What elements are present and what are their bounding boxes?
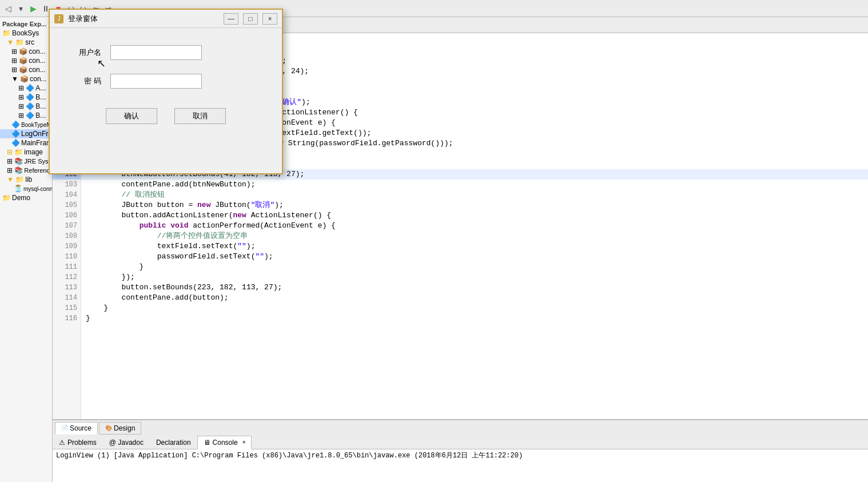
java-file-icon: ⊞ 🔷 [18, 102, 34, 110]
sidebar-item-con2[interactable]: ⊞ 📦 con... [0, 56, 52, 65]
dialog-title-text: 登录窗体 [68, 14, 219, 24]
sidebar-item-label: B... [35, 102, 46, 110]
sidebar-item-label: BookTypeManageInternalFrame.java [21, 122, 53, 128]
toolbar-down-icon[interactable]: ▾ [15, 3, 26, 14]
sidebar-item-jre[interactable]: ⊞ 📚 JRE System Library [JavaSE-1.8] [0, 157, 52, 166]
sidebar-item-label: MainFrame.java [21, 139, 53, 147]
line-num-104: 104 [53, 190, 81, 200]
password-label: 密 码 [67, 76, 101, 86]
dialog-titlebar: J 登录窗体 — □ × [50, 10, 282, 28]
tab-design[interactable]: 🎨 Design [99, 422, 141, 435]
toolbar-run-icon[interactable]: ▶ [27, 3, 39, 14]
sidebar-item-label: BookSys [12, 29, 39, 37]
sidebar-item-label: image [24, 148, 43, 156]
password-input[interactable] [110, 74, 202, 89]
design-tab-label: Design [114, 424, 135, 432]
username-input[interactable] [110, 45, 202, 60]
password-row: 密 码 [67, 74, 265, 89]
sidebar-item-label: con... [29, 47, 45, 55]
sidebar-item-mysql-jar[interactable]: 🫙 mysql-connector-java-5.1.36.jar [0, 184, 52, 193]
sidebar-item-b3[interactable]: ⊞ 🔷 B... [0, 111, 52, 120]
package-icon: ⊞ 📦 [11, 66, 27, 74]
java-file-icon: 🔷 [11, 121, 20, 129]
code-line-114: contentPane.add(button); [81, 293, 868, 303]
dialog-buttons: 确认 取消 [67, 108, 265, 124]
sidebar-item-con4[interactable]: ▼ 📦 con... [0, 74, 52, 83]
line-num-108: 108 [53, 231, 81, 241]
design-tab-icon: 🎨 [105, 425, 112, 431]
java-file-icon: ⊞ 🔷 [18, 84, 34, 92]
sidebar-item-booksys[interactable]: 📁 BookSys [0, 29, 52, 38]
demo-icon: 📁 [2, 194, 11, 202]
source-tab-icon: 📄 [61, 425, 68, 431]
source-design-tabs: 📄 Source 🎨 Design [53, 420, 868, 436]
sidebar-item-label: lib [25, 176, 32, 184]
sidebar-item-con3[interactable]: ⊞ 📦 con... [0, 65, 52, 74]
package-explorer: Package Exp... 📁 BookSys ▼ 📁 src ⊞ 📦 con… [0, 17, 53, 482]
line-num-114: 114 [53, 293, 81, 303]
line-num-105: 105 [53, 200, 81, 210]
lib-folder-icon: ▼ 📁 [7, 176, 24, 184]
sidebar-item-b2[interactable]: ⊞ 🔷 B... [0, 102, 52, 111]
tab-problems[interactable]: ⚠ Problems [53, 436, 103, 449]
username-row: 用户名 [67, 45, 265, 60]
sidebar-item-label: con... [30, 75, 46, 83]
reflibs-icon: ⊞ 📚 [7, 166, 23, 174]
console-text: LoginView (1) [Java Application] C:\Prog… [56, 452, 523, 460]
source-tab-label: Source [70, 424, 91, 432]
line-num-107: 107 [53, 221, 81, 231]
problems-label: Problems [67, 439, 97, 447]
code-line-107: public void actionPerformed(ActionEvent … [81, 221, 868, 231]
code-line-105: JButton button = new JButton("取消"); [81, 200, 868, 210]
dialog-title-icon: J [54, 14, 63, 23]
dialog-minimize-button[interactable]: — [224, 13, 238, 25]
javadoc-label: @ Javadoc [109, 439, 144, 447]
java-file-icon: ⊞ 🔷 [18, 111, 34, 119]
line-num-110: 110 [53, 252, 81, 262]
jre-icon: ⊞ 📚 [7, 157, 23, 165]
line-num-112: 112 [53, 272, 81, 282]
sidebar-item-con1[interactable]: ⊞ 📦 con... [0, 47, 52, 56]
sidebar-item-b1[interactable]: ⊞ 🔷 B... [0, 93, 52, 102]
line-num-103: 103 [53, 180, 81, 190]
tab-declaration[interactable]: Declaration [150, 436, 197, 449]
cancel-button[interactable]: 取消 [174, 108, 226, 124]
tab-source[interactable]: 📄 Source [55, 422, 98, 435]
bottom-panel: 📄 Source 🎨 Design ⚠ Problems @ J [53, 419, 868, 482]
sidebar-item-booktypemanage[interactable]: 🔷 BookTypeManageInternalFrame.java [0, 120, 52, 129]
sidebar-item-label: LogOnFrame.java [21, 130, 53, 138]
code-line-104: // 取消按钮 [81, 190, 868, 200]
sidebar-item-src[interactable]: ▼ 📁 src [0, 38, 52, 47]
declaration-label: Declaration [156, 439, 191, 447]
sidebar-item-image[interactable]: ⊞ 📁 image [0, 148, 52, 157]
sidebar-item-a[interactable]: ⊞ 🔷 A... [0, 83, 52, 93]
problems-icon: ⚠ [59, 439, 65, 447]
sidebar-item-label: A... [35, 84, 46, 92]
sidebar-item-reflibs[interactable]: ⊞ 📚 Referenced Libraries [0, 166, 52, 175]
console-label: Console [213, 439, 238, 447]
console-close-icon[interactable]: × [242, 439, 246, 445]
sidebar-item-logonframe[interactable]: 🔷 LogOnFrame.java [0, 129, 52, 138]
java-file-icon: 🔷 [11, 130, 20, 138]
src-icon: ▼ 📁 [7, 38, 24, 46]
dialog-maximize-button[interactable]: □ [243, 13, 258, 25]
line-num-106: 106 [53, 210, 81, 221]
sidebar-item-lib[interactable]: ▼ 📁 lib [0, 175, 52, 184]
code-line-115: } [81, 303, 868, 313]
dialog-body: 用户名 密 码 确认 取消 [50, 28, 282, 141]
login-dialog[interactable]: J 登录窗体 — □ × 用户名 密 码 确认 取消 [49, 9, 283, 174]
tab-javadoc[interactable]: @ Javadoc [103, 436, 150, 449]
sidebar-item-demo[interactable]: 📁 Demo [0, 193, 52, 202]
package-icon: ⊞ 📦 [11, 57, 27, 65]
line-num-115: 115 [53, 303, 81, 313]
dialog-close-button[interactable]: × [262, 13, 277, 25]
toolbar-back-icon[interactable]: ◁ [2, 3, 14, 14]
sidebar-item-label: B... [35, 111, 46, 119]
sidebar-item-label: con... [29, 66, 45, 74]
sidebar-item-label: mysql-connector-java-5.1.36.jar [23, 186, 53, 192]
project-icon: 📁 [2, 29, 11, 37]
confirm-button[interactable]: 确认 [106, 108, 157, 124]
tab-console[interactable]: 🖥 Console × [197, 436, 252, 449]
sidebar-item-mainframe[interactable]: 🔷 MainFrame.java [0, 138, 52, 148]
package-icon: ⊞ 📦 [11, 47, 27, 55]
